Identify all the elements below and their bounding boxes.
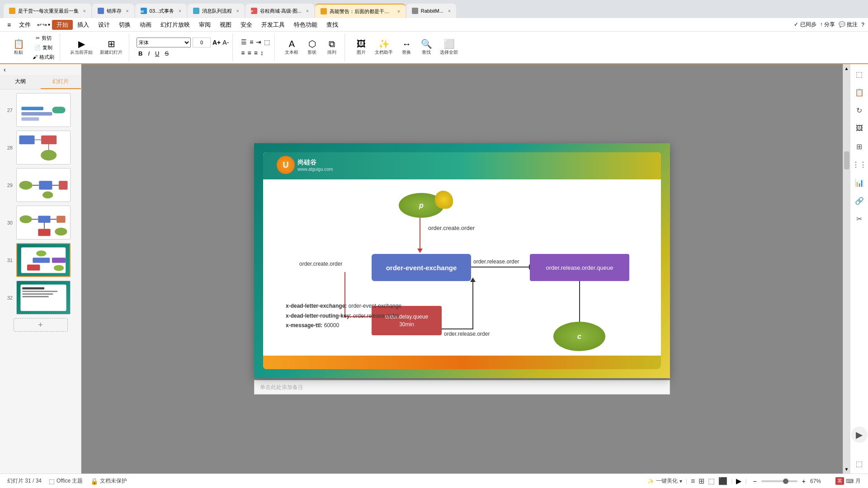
tab-close-7[interactable]: × [448, 9, 451, 14]
tab-close-5[interactable]: × [306, 9, 309, 14]
cut-button[interactable]: ✂ 剪切 [31, 34, 56, 42]
font-size-input[interactable] [193, 38, 211, 47]
browser-tab-5[interactable]: P 谷粒商城·高级·图... × [245, 4, 314, 18]
sidebar-icon-grid[interactable]: ⋮⋮ [853, 158, 866, 171]
picture-button[interactable]: 🖼 图片 [352, 38, 370, 57]
textbox-button[interactable]: A 文本框 [282, 38, 301, 57]
sidebar-icon-unknown[interactable]: ⬚ [853, 457, 866, 470]
undo-button[interactable]: ↩ [37, 22, 42, 28]
font-family-select[interactable]: 宋体 [137, 38, 191, 47]
menu-devtools[interactable]: 开发工具 [257, 20, 289, 30]
slide-thumb-28[interactable] [16, 131, 71, 164]
menu-security[interactable]: 安全 [236, 20, 257, 30]
slide-thumb-27[interactable] [16, 93, 71, 127]
browser-tab-3[interactable]: W 03...式事务 × [135, 4, 187, 18]
paste-button[interactable]: 📋 粘贴 [7, 33, 30, 61]
line-spacing-button[interactable]: ↕ [259, 48, 264, 57]
italic-button[interactable]: I [146, 49, 151, 58]
play-button[interactable]: ▶ [736, 477, 741, 485]
browser-tab-2[interactable]: 销库存 × [92, 4, 134, 18]
browser-tab-1[interactable]: 是干货~~每次重至最后一集 × [4, 4, 91, 18]
sidebar-icon-image[interactable]: 🖼 [853, 122, 866, 135]
scrollbar-up-button[interactable]: ▲ [843, 64, 851, 73]
view-preview-button[interactable]: ⬛ [718, 477, 727, 485]
menu-slideshow[interactable]: 幻灯片放映 [156, 20, 194, 30]
slide-item-32[interactable]: 32 [4, 281, 77, 314]
align-right-button[interactable]: ≡ [246, 48, 252, 57]
list-bullets-button[interactable]: ☰ [240, 38, 248, 47]
zoom-slider[interactable] [761, 480, 797, 482]
font-increase-button[interactable]: A+ [212, 39, 221, 46]
menu-features[interactable]: 特色功能 [289, 20, 322, 30]
browser-tab-4[interactable]: 消息队列流程 × [188, 4, 245, 18]
browser-tab-7[interactable]: RabbitM... × [406, 4, 456, 18]
app-menu-icon[interactable]: ≡ [4, 19, 14, 30]
menu-view[interactable]: 视图 [215, 20, 236, 30]
help-button[interactable]: ? [861, 22, 864, 28]
copy-button[interactable]: 📄 复制 [31, 43, 56, 52]
tab-close-2[interactable]: × [126, 9, 129, 14]
share-button[interactable]: ↑ 分享 [820, 21, 835, 28]
slide-thumb-29[interactable] [16, 168, 71, 202]
menu-insert[interactable]: 插入 [73, 20, 94, 30]
play-presentation-button[interactable]: ▶ [851, 427, 868, 443]
format-brush-button[interactable]: 🖌 格式刷 [31, 53, 56, 61]
scrollbar-thumb[interactable] [844, 151, 849, 169]
align-left-button[interactable]: ⬚ [263, 38, 271, 47]
view-grid-button[interactable]: ⊞ [698, 477, 704, 485]
sidebar-icon-rotate[interactable]: ↻ [853, 104, 866, 117]
tab-close-3[interactable]: × [179, 9, 181, 14]
align-center-button[interactable]: ≡ [240, 48, 245, 57]
menu-animate[interactable]: 动画 [135, 20, 156, 30]
approve-button[interactable]: 💬 批注 [839, 21, 858, 28]
sidebar-icon-clipboard[interactable]: 📋 [853, 86, 866, 99]
tab-close-4[interactable]: × [236, 9, 239, 14]
shapes-button[interactable]: ⬡ 形状 [303, 38, 321, 57]
start-from-current-button[interactable]: ▶ 从当前开始 [67, 38, 95, 57]
menu-file[interactable]: 文件 [14, 20, 35, 30]
slide-item-29[interactable]: 29 [4, 168, 77, 202]
replace-button[interactable]: ↔ 替换 [397, 38, 415, 57]
justify-button[interactable]: ≡ [253, 48, 259, 57]
slide-item-28[interactable]: 28 [4, 131, 77, 164]
tab-slides[interactable]: 幻灯片 [41, 75, 81, 89]
slide-thumb-30[interactable] [16, 206, 71, 239]
slide-item-30[interactable]: 30 [4, 206, 77, 239]
sidebar-icon-chart[interactable]: 📊 [853, 176, 866, 189]
view-columns-button[interactable]: ⬚ [708, 477, 715, 485]
select-button[interactable]: ⬜ 选择全部 [437, 38, 461, 57]
view-list-button[interactable]: ≡ [691, 477, 695, 485]
ai-assistant-button[interactable]: ✨ 文档助手 [372, 38, 396, 57]
tab-outline[interactable]: 大纲 [0, 75, 41, 89]
underline-button[interactable]: U [153, 49, 161, 58]
slide-item-27[interactable]: 27 [4, 93, 77, 127]
strikethrough-button[interactable]: S [163, 49, 170, 58]
new-slide-button[interactable]: ⊞ 新建幻灯片 [97, 38, 125, 57]
menu-review[interactable]: 审阅 [194, 20, 215, 30]
sidebar-icon-table[interactable]: ⊞ [853, 140, 866, 153]
browser-tab-6[interactable]: 高能警告：后面的都是干货 直至最后一集 × [315, 4, 406, 18]
slide-canvas[interactable]: U 尚硅谷 www.atguigu.com p [254, 143, 670, 378]
beautify-button[interactable]: ✨ 一键美化 ▾ [647, 477, 682, 485]
slide-thumb-32[interactable] [16, 281, 71, 314]
menu-transition[interactable]: 切换 [114, 20, 135, 30]
font-decrease-button[interactable]: A- [222, 39, 229, 46]
menu-design[interactable]: 设计 [94, 20, 114, 30]
menu-start[interactable]: 开始 [52, 20, 73, 30]
tab-close-1[interactable]: × [83, 9, 86, 14]
slide-thumb-31[interactable] [16, 243, 71, 277]
slide-item-31[interactable]: 31 [4, 243, 77, 277]
indent-button[interactable]: ⇥ [255, 38, 262, 47]
panel-collapse-button[interactable]: ‹ [4, 66, 6, 73]
sidebar-icon-slides[interactable]: ⬚ [853, 68, 866, 80]
list-numbers-button[interactable]: ≡ [249, 38, 254, 47]
sidebar-icon-link[interactable]: 🔗 [853, 194, 866, 207]
find-button[interactable]: 🔍 查找 [417, 38, 435, 57]
menu-find[interactable]: 查找 [322, 20, 343, 30]
zoom-in-button[interactable]: + [799, 477, 808, 486]
right-scrollbar[interactable]: ▲ ▼ [843, 64, 850, 474]
zoom-out-button[interactable]: − [750, 477, 760, 486]
notes-area[interactable]: 单击此处添加备注 [254, 380, 670, 394]
sidebar-icon-crop[interactable]: ✂ [853, 212, 866, 225]
tab-close-6[interactable]: × [397, 9, 400, 14]
